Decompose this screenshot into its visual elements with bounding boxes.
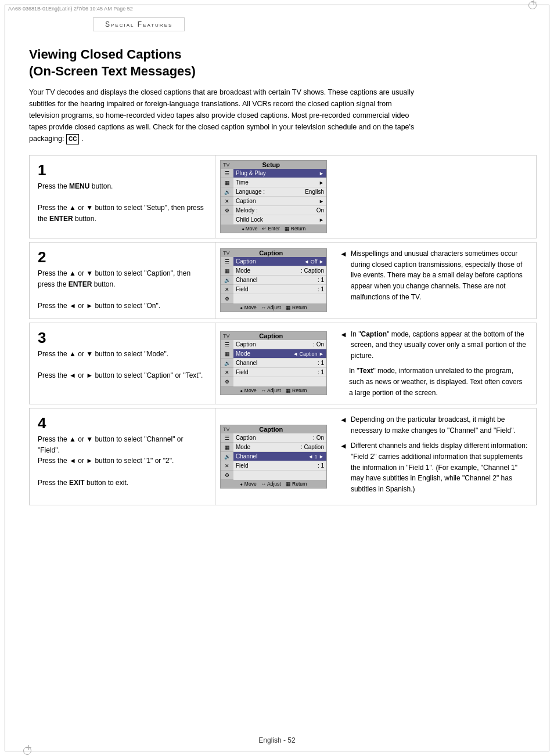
tv-icons-col: ☰ ▦ 🔊 ✕ ⚙ bbox=[221, 169, 233, 225]
step-2-instructions: 2 Press the ▲ or ▼ button to select "Cap… bbox=[30, 243, 215, 318]
bullet-icon: ◄ bbox=[340, 248, 347, 302]
bullet-icon: ◄ bbox=[340, 329, 347, 361]
tv-screen-2-footer: ⬥ Move ↔ Adjust ▦ Return bbox=[221, 303, 326, 312]
tv-icons-col-2: ☰ ▦ 🔊 ✕ ⚙ bbox=[221, 257, 233, 303]
steps-container: 1 Press the MENU button. Press the ▲ or … bbox=[29, 155, 537, 509]
step-1-note bbox=[332, 155, 536, 238]
page-border-bottom bbox=[5, 751, 549, 751]
step-4-number: 4 bbox=[38, 415, 207, 431]
bullet-icon-2: ◄ bbox=[340, 440, 347, 494]
step-2: 2 Press the ▲ or ▼ button to select "Cap… bbox=[29, 242, 537, 319]
step-2-screen: TV Caption ☰ ▦ 🔊 ✕ ⚙ bbox=[215, 243, 332, 318]
step-2-note: ◄ Misspellings and unusual characters so… bbox=[332, 243, 536, 318]
step-4-text: Press the ▲ or ▼ button to select "Chann… bbox=[38, 434, 207, 488]
main-content: Viewing Closed Captions(On-Screen Text M… bbox=[29, 46, 537, 509]
step-2-text: Press the ▲ or ▼ button to select "Capti… bbox=[38, 268, 207, 311]
step-1-instructions: 1 Press the MENU button. Press the ▲ or … bbox=[30, 155, 215, 238]
tv-screen-3: TV Caption ☰ ▦ 🔊 ✕ ⚙ bbox=[220, 331, 327, 395]
registration-mark-top-right bbox=[528, 1, 537, 9]
page-border-left bbox=[5, 5, 5, 751]
registration-mark-bottom-left bbox=[23, 747, 31, 755]
tv-icons-col-4: ☰ ▦ 🔊 ✕ ⚙ bbox=[221, 433, 233, 480]
tv-screen-3-body: ☰ ▦ 🔊 ✕ ⚙ Caption : On bbox=[221, 340, 326, 386]
bullet-icon: ◄ bbox=[340, 414, 347, 436]
tv-screen-1-header: TV Setup bbox=[221, 161, 326, 169]
tv-icons-col-3: ☰ ▦ 🔊 ✕ ⚙ bbox=[221, 340, 233, 386]
step-2-number: 2 bbox=[38, 249, 207, 265]
step-3: 3 Press the ▲ or ▼ button to select "Mod… bbox=[29, 323, 537, 405]
step-4-note: ◄ Depending on the particular broadcast,… bbox=[332, 408, 536, 505]
page-border-right bbox=[549, 5, 549, 751]
tv-screen-2: TV Caption ☰ ▦ 🔊 ✕ ⚙ bbox=[220, 248, 327, 312]
tv-screen-4-header: TV Caption bbox=[221, 425, 326, 433]
tv-menu-col-1: Plug & Play ► Time ► Language : English bbox=[233, 169, 326, 225]
cc-badge: CC bbox=[66, 134, 79, 144]
step-1-screen: TV Setup ☰ ▦ 🔊 ✕ ⚙ bbox=[215, 155, 332, 238]
tv-menu-col-3: Caption : On Mode ◄ Caption ► Channel : … bbox=[233, 340, 326, 386]
tv-screen-3-footer: ⬥ Move ↔ Adjust ▦ Return bbox=[221, 386, 326, 395]
tv-screen-1-footer: ⬥ Move ↵ Enter ▦ Return bbox=[221, 225, 326, 233]
tv-menu-col-2: Caption ◄ Off ► Mode : Caption Channel :… bbox=[233, 257, 326, 303]
step-3-text: Press the ▲ or ▼ button to select "Mode"… bbox=[38, 349, 207, 381]
step-4-instructions: 4 Press the ▲ or ▼ button to select "Cha… bbox=[30, 408, 215, 505]
tv-screen-4-body: ☰ ▦ 🔊 ✕ ⚙ Caption : On bbox=[221, 433, 326, 480]
tv-screen-4-footer: ⬥ Move ↔ Adjust ▦ Return bbox=[221, 480, 326, 488]
step-3-note: ◄ In "Caption" mode, captions appear at … bbox=[332, 323, 536, 404]
tv-screen-2-body: ☰ ▦ 🔊 ✕ ⚙ Caption ◄ Off ► bbox=[221, 257, 326, 303]
step-4-screen: TV Caption ☰ ▦ 🔊 ✕ ⚙ bbox=[215, 408, 332, 505]
tv-menu-col-4: Caption : On Mode : Caption Channel ◄ 1 … bbox=[233, 433, 326, 480]
tv-screen-4: TV Caption ☰ ▦ 🔊 ✕ ⚙ bbox=[220, 425, 327, 489]
step-1-text: Press the MENU button. Press the ▲ or ▼ … bbox=[38, 181, 207, 224]
tv-screen-1: TV Setup ☰ ▦ 🔊 ✕ ⚙ bbox=[220, 160, 327, 233]
step-3-screen: TV Caption ☰ ▦ 🔊 ✕ ⚙ bbox=[215, 323, 332, 404]
section-header: Special Features bbox=[93, 17, 185, 31]
tv-screen-1-body: ☰ ▦ 🔊 ✕ ⚙ Plug & Play ► bbox=[221, 169, 326, 225]
step-1: 1 Press the MENU button. Press the ▲ or … bbox=[29, 155, 537, 238]
step-3-number: 3 bbox=[38, 330, 207, 345]
step-4: 4 Press the ▲ or ▼ button to select "Cha… bbox=[29, 408, 537, 505]
step-1-number: 1 bbox=[38, 162, 207, 178]
tv-screen-2-header: TV Caption bbox=[221, 249, 326, 257]
tv-screen-3-header: TV Caption bbox=[221, 332, 326, 340]
page-title: Viewing Closed Captions(On-Screen Text M… bbox=[29, 46, 537, 79]
doc-info: AA68-03681B-01Eng(Latin) 2/7/06 10:45 AM… bbox=[8, 6, 133, 12]
page-border-top bbox=[5, 5, 549, 5]
intro-paragraph: Your TV decodes and displays the closed … bbox=[29, 86, 424, 144]
step-3-instructions: 3 Press the ▲ or ▼ button to select "Mod… bbox=[30, 323, 215, 404]
page-footer: English - 52 bbox=[0, 736, 554, 744]
